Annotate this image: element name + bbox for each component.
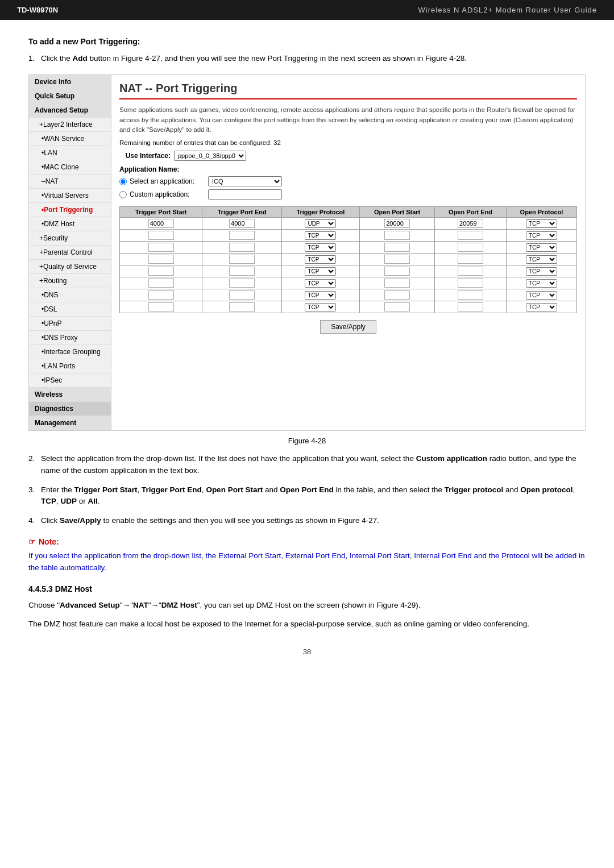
table-row: UDPTCPAllUDPTCPAll: [120, 265, 577, 277]
port-input-tps-0[interactable]: [148, 219, 174, 228]
open-protocol-2[interactable]: UDPTCPAll: [526, 243, 557, 252]
select-app-dropdown[interactable]: ICQ: [208, 176, 282, 186]
step-2-num: 2.: [28, 453, 41, 476]
sidebar-item-interface-grouping[interactable]: •Interface Grouping: [29, 345, 111, 359]
custom-app-input[interactable]: [208, 189, 282, 200]
sidebar-item-port-triggering[interactable]: •Port Triggering: [29, 203, 111, 217]
sidebar-item-parental[interactable]: +Parental Control: [29, 246, 111, 260]
open-protocol-1[interactable]: UDPTCPAll: [526, 231, 557, 240]
port-input-tpe-0[interactable]: [229, 219, 255, 228]
sidebar-item-management[interactable]: Management: [29, 416, 111, 430]
sidebar-item-lan[interactable]: •LAN: [29, 146, 111, 160]
port-input-ope-1[interactable]: [458, 231, 483, 240]
port-input-ope-6[interactable]: [458, 290, 483, 300]
port-input-tpe-7[interactable]: [229, 302, 255, 312]
step-3-num: 3.: [28, 484, 41, 508]
trigger-protocol-1[interactable]: UDPTCPAll: [305, 231, 336, 240]
step-1: 1. Click the Add button in Figure 4-27, …: [28, 53, 586, 64]
port-input-ope-4[interactable]: [458, 267, 483, 276]
custom-app-row: Custom application:: [119, 189, 577, 200]
trigger-protocol-5[interactable]: UDPTCPAll: [305, 279, 336, 288]
sidebar-item-advanced-setup[interactable]: Advanced Setup: [29, 103, 111, 118]
port-input-ops-6[interactable]: [384, 290, 410, 300]
sidebar-item-wan[interactable]: •WAN Service: [29, 132, 111, 146]
sidebar-item-diagnostics[interactable]: Diagnostics: [29, 402, 111, 416]
step-2: 2. Select the application from the drop-…: [28, 453, 586, 476]
sidebar-item-quick-setup[interactable]: Quick Setup: [29, 89, 111, 103]
open-protocol-6[interactable]: UDPTCPAll: [526, 291, 557, 300]
use-interface-select[interactable]: pppoe_0_0_38/ppp0: [174, 151, 246, 161]
port-input-ope-0[interactable]: [458, 219, 483, 228]
step-1-num: 1.: [28, 53, 41, 64]
note-label: Note:: [28, 537, 586, 546]
port-input-ops-3[interactable]: [384, 255, 410, 264]
sidebar-item-device-info[interactable]: Device Info: [29, 75, 111, 89]
port-input-tps-3[interactable]: [148, 255, 174, 264]
sidebar-item-upnp[interactable]: •UPnP: [29, 317, 111, 331]
port-input-tpe-6[interactable]: [229, 290, 255, 300]
col-ops: Open Port Start: [360, 207, 435, 218]
port-input-ope-7[interactable]: [458, 302, 483, 312]
port-input-tps-5[interactable]: [148, 279, 174, 288]
page-title: Wireless N ADSL2+ Modem Router User Guid…: [418, 6, 597, 14]
app-name-label: Application Name:: [119, 165, 577, 173]
port-input-tpe-4[interactable]: [229, 267, 255, 276]
table-row: UDPTCPAllUDPTCPAll: [120, 289, 577, 301]
sidebar-item-qos[interactable]: +Quality of Service: [29, 260, 111, 274]
port-input-ops-5[interactable]: [384, 279, 410, 288]
save-apply-button[interactable]: Save/Apply: [320, 320, 376, 334]
table-row: UDPTCPAllUDPTCPAll: [120, 218, 577, 230]
sidebar-item-lan-ports[interactable]: •LAN Ports: [29, 359, 111, 373]
port-input-tpe-5[interactable]: [229, 279, 255, 288]
sidebar-item-virtual-servers[interactable]: •Virtual Servers: [29, 189, 111, 203]
sidebar-item-nat[interactable]: –NAT: [29, 175, 111, 189]
sidebar-item-security[interactable]: +Security: [29, 231, 111, 246]
sidebar-item-dsl[interactable]: •DSL: [29, 302, 111, 317]
port-input-tps-1[interactable]: [148, 231, 174, 240]
port-input-ops-4[interactable]: [384, 267, 410, 276]
port-input-tps-7[interactable]: [148, 302, 174, 312]
open-protocol-3[interactable]: UDPTCPAll: [526, 255, 557, 264]
open-protocol-4[interactable]: UDPTCPAll: [526, 267, 557, 276]
sidebar-item-dns[interactable]: •DNS: [29, 288, 111, 302]
port-input-ope-5[interactable]: [458, 279, 483, 288]
port-input-tps-6[interactable]: [148, 290, 174, 300]
open-protocol-7[interactable]: UDPTCPAll: [526, 303, 557, 312]
open-protocol-5[interactable]: UDPTCPAll: [526, 279, 557, 288]
select-app-radio[interactable]: [119, 178, 127, 185]
trigger-protocol-6[interactable]: UDPTCPAll: [305, 291, 336, 300]
port-input-tps-2[interactable]: [148, 243, 174, 252]
port-input-tpe-3[interactable]: [229, 255, 255, 264]
trigger-protocol-4[interactable]: UDPTCPAll: [305, 267, 336, 276]
step-4-num: 4.: [28, 515, 41, 526]
port-input-ops-1[interactable]: [384, 231, 410, 240]
trigger-protocol-0[interactable]: UDPTCPAll: [305, 219, 336, 228]
col-ope: Open Port End: [435, 207, 507, 218]
trigger-protocol-7[interactable]: UDPTCPAll: [305, 303, 336, 312]
step-3: 3. Enter the Trigger Port Start, Trigger…: [28, 484, 586, 508]
port-input-tps-4[interactable]: [148, 267, 174, 276]
port-input-ops-7[interactable]: [384, 302, 410, 312]
figure-container: Device Info Quick Setup Advanced Setup +…: [28, 74, 586, 431]
port-input-tpe-2[interactable]: [229, 243, 255, 252]
port-input-ope-3[interactable]: [458, 255, 483, 264]
port-input-ope-2[interactable]: [458, 243, 483, 252]
trigger-protocol-2[interactable]: UDPTCPAll: [305, 243, 336, 252]
port-input-tpe-1[interactable]: [229, 231, 255, 240]
step-1-text: Click the Add button in Figure 4-27, and…: [41, 53, 467, 64]
sidebar-item-wireless[interactable]: Wireless: [29, 388, 111, 402]
port-input-ops-0[interactable]: [384, 219, 410, 228]
custom-app-radio[interactable]: [119, 191, 127, 198]
page-header: TD-W8970N Wireless N ADSL2+ Modem Router…: [0, 0, 614, 20]
trigger-protocol-3[interactable]: UDPTCPAll: [305, 255, 336, 264]
sidebar-item-mac-clone[interactable]: •MAC Clone: [29, 160, 111, 175]
open-protocol-0[interactable]: UDPTCPAll: [526, 219, 557, 228]
sidebar-item-routing[interactable]: +Routing: [29, 274, 111, 288]
sidebar-item-layer2[interactable]: +Layer2 Interface: [29, 118, 111, 132]
sidebar-item-ipsec[interactable]: •IPSec: [29, 373, 111, 388]
port-trigger-table: Trigger Port Start Trigger Port End Trig…: [119, 206, 577, 313]
sidebar-item-dns-proxy[interactable]: •DNS Proxy: [29, 331, 111, 345]
sidebar-item-dmz-host[interactable]: •DMZ Host: [29, 217, 111, 231]
port-input-ops-2[interactable]: [384, 243, 410, 252]
note-section: Note: If you select the application from…: [28, 537, 586, 574]
